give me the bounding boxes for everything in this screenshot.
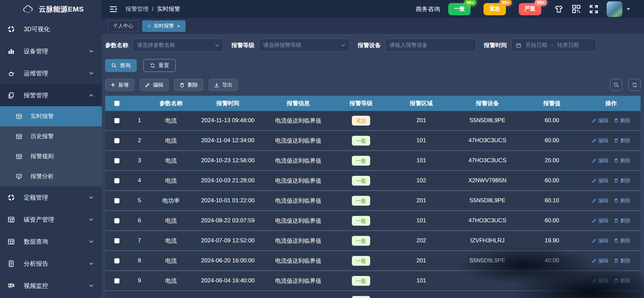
sidebar-item-label: 报警分析	[31, 172, 54, 180]
table-refresh-button[interactable]	[628, 79, 641, 91]
row-checkbox[interactable]	[114, 258, 119, 263]
close-icon[interactable]: ×	[177, 23, 180, 29]
row-delete-link[interactable]: 删除	[614, 137, 630, 144]
tshirt-icon[interactable]	[554, 5, 564, 14]
row-edit-link[interactable]: 编辑	[592, 178, 608, 184]
caret-down-icon[interactable]	[626, 8, 630, 11]
alarm-counter-general[interactable]: 一般 99+	[448, 3, 471, 15]
sidebar-item-label: 定额管理	[24, 193, 48, 202]
cell-alarm-time: 2024-10-01 01:22:00	[191, 197, 264, 204]
fullscreen-icon[interactable]	[589, 4, 599, 14]
sidebar-item-device-mgmt[interactable]: 设备管理	[0, 40, 102, 62]
qr-code-icon[interactable]	[572, 4, 581, 14]
row-checkbox[interactable]	[114, 118, 119, 123]
sidebar-item-quota-mgmt[interactable]: 定额管理	[0, 186, 102, 208]
sidebar: 云脉能源EMS 3D可视化 设备管理 运维管理 报警管理	[0, 0, 102, 298]
sidebar-item-video-monitor[interactable]: 视频监控	[0, 275, 102, 297]
row-delete-link[interactable]: 删除	[614, 117, 630, 124]
breadcrumb-parent[interactable]: 报警管理	[126, 5, 149, 13]
row-delete-link[interactable]: 删除	[614, 178, 630, 184]
row-delete-link[interactable]: 删除	[614, 198, 630, 204]
column-header[interactable]: 报警区域	[390, 99, 453, 107]
row-index: 4	[128, 177, 151, 184]
row-edit-link[interactable]: 编辑	[592, 117, 608, 124]
reset-button[interactable]: 重置	[144, 59, 176, 72]
column-header[interactable]: 参数名称	[151, 99, 191, 107]
alarm-device-input[interactable]: 请输入报警设备	[385, 39, 476, 52]
cell-actions: 编辑 删除	[582, 137, 641, 144]
sidebar-item-analysis-report[interactable]: 分析报告	[0, 253, 102, 275]
row-index: 2	[128, 137, 151, 144]
hamburger-fold-icon[interactable]	[109, 5, 117, 13]
sidebar-item-alarm-rules[interactable]: 报警规则	[0, 146, 102, 166]
sidebar-item-alarm-analysis[interactable]: 报警分析	[0, 166, 102, 186]
select-all-checkbox[interactable]	[114, 101, 119, 106]
row-edit-link[interactable]: 编辑	[592, 137, 608, 144]
chevron-down-icon	[89, 239, 94, 244]
avatar[interactable]	[607, 1, 622, 17]
sidebar-item-3d-visual[interactable]: 3D可视化	[0, 18, 102, 40]
alarm-counter-severe[interactable]: 严重 99+	[519, 3, 541, 15]
param-name-select[interactable]: 请选择参数名称	[133, 39, 224, 52]
delete-button[interactable]: 删除	[174, 79, 203, 91]
row-edit-link[interactable]: 编辑	[592, 157, 608, 164]
column-header[interactable]: 报警等级	[332, 99, 390, 107]
row-delete-link[interactable]: 删除	[614, 278, 630, 284]
row-checkbox[interactable]	[114, 178, 119, 183]
row-checkbox[interactable]	[114, 218, 119, 223]
alarm-time-range-picker[interactable]: 开始日期 - 结束日期	[511, 39, 596, 52]
row-delete-link[interactable]: 删除	[614, 157, 630, 164]
trash-icon	[614, 118, 619, 123]
cell-alarm-level: 一般	[332, 156, 390, 166]
tab-personal-center[interactable]: 个人中心	[108, 20, 139, 32]
add-button[interactable]: 新增	[105, 79, 134, 91]
row-checkbox[interactable]	[114, 138, 119, 143]
edit-button[interactable]: 编辑	[139, 79, 169, 91]
business-consult-link[interactable]: 商务咨询	[416, 5, 440, 13]
export-button[interactable]: 导出	[209, 79, 238, 91]
column-header[interactable]: 报警时间	[191, 99, 264, 107]
sidebar-item-alarm-mgmt[interactable]: 报警管理	[0, 84, 102, 106]
row-checkbox[interactable]	[114, 238, 119, 243]
cell-alarm-device: X2NWV79B5N	[453, 177, 522, 184]
query-button-label: 查询	[120, 62, 131, 69]
row-delete-link[interactable]: 删除	[614, 218, 630, 224]
date-start-placeholder[interactable]: 开始日期	[526, 42, 547, 49]
row-edit-link[interactable]: 编辑	[592, 258, 608, 264]
row-edit-link[interactable]: 编辑	[592, 218, 608, 224]
row-index: 1	[128, 117, 151, 124]
cell-param-name: 电流	[151, 217, 191, 225]
level-badge: 一般	[352, 236, 370, 246]
sidebar-item-ops-mgmt[interactable]: 运维管理	[0, 62, 102, 84]
query-button[interactable]: 查询	[105, 59, 137, 72]
column-header[interactable]: 报警信息	[264, 99, 332, 107]
column-header[interactable]: 报警设备	[453, 99, 522, 107]
row-delete-link[interactable]: 删除	[614, 258, 630, 264]
alarm-counter-badge: 99+	[464, 0, 476, 6]
row-checkbox[interactable]	[114, 158, 119, 163]
date-end-placeholder[interactable]: 结束日期	[557, 42, 579, 49]
column-header[interactable]: 操作	[582, 99, 641, 107]
sidebar-item-history-alarm[interactable]: 历史报警	[0, 126, 102, 146]
column-header[interactable]: 报警值	[522, 99, 582, 107]
tab-realtime-alarm[interactable]: 实时报警 ×	[142, 20, 186, 32]
grid-table-icon	[16, 133, 22, 140]
row-checkbox[interactable]	[114, 278, 119, 283]
row-checkbox[interactable]	[114, 198, 119, 203]
alarm-counter-urgent[interactable]: 紧急 99+	[484, 3, 506, 15]
level-badge: 一般	[352, 296, 370, 298]
sidebar-item-realtime-alarm[interactable]: 实时报警	[0, 106, 102, 126]
sidebar-item-carbon-assets[interactable]: 碳资产管理	[0, 208, 102, 230]
row-delete-label: 删除	[620, 238, 630, 244]
cell-alarm-time: 2024-10-23 12:56:00	[191, 157, 264, 164]
row-delete-link[interactable]: 删除	[614, 238, 630, 244]
grid-table-icon	[7, 216, 15, 223]
row-edit-link[interactable]: 编辑	[592, 198, 608, 204]
row-edit-label: 编辑	[598, 258, 608, 264]
row-edit-link[interactable]: 编辑	[592, 238, 608, 244]
alarm-counter-label: 一般	[454, 5, 465, 13]
sidebar-item-data-query[interactable]: 数据查询	[0, 230, 102, 253]
alarm-level-select[interactable]: 请选择报警等级	[259, 39, 350, 52]
table-search-button[interactable]	[610, 79, 622, 91]
row-edit-link[interactable]: 编辑	[592, 278, 608, 284]
